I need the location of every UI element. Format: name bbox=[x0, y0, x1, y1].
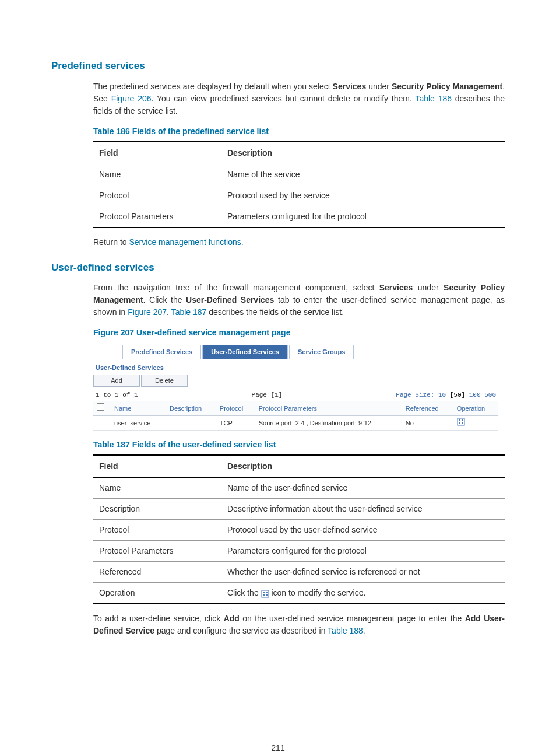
text: icon to modify the service. bbox=[269, 588, 366, 597]
select-all-checkbox[interactable] bbox=[97, 403, 104, 411]
cell: Protocol Parameters bbox=[93, 541, 221, 562]
th-description: Description bbox=[221, 455, 505, 478]
heading-user-defined-services: User-defined services bbox=[51, 260, 505, 275]
cell-protocol: TCP bbox=[216, 415, 255, 430]
svg-rect-4 bbox=[462, 422, 463, 424]
cell: Parameters configured for the protocol bbox=[221, 541, 505, 562]
modify-icon[interactable] bbox=[457, 420, 465, 427]
para-userdef-intro: From the navigation tree of the firewall… bbox=[93, 282, 505, 318]
cell: Operation bbox=[93, 583, 221, 604]
svg-rect-1 bbox=[459, 419, 460, 421]
link-figure-206[interactable]: Figure 206 bbox=[111, 94, 152, 103]
text: page and configure the service as descri… bbox=[154, 626, 328, 635]
table-row: Name Name of the service bbox=[93, 164, 505, 185]
heading-predefined-services: Predefined services bbox=[51, 58, 505, 74]
text: Return to bbox=[93, 237, 129, 247]
text: Click the bbox=[227, 588, 261, 597]
services-table: Name Description Protocol Protocol Param… bbox=[93, 401, 498, 430]
table-row: Name Name of the user-defined service bbox=[93, 478, 505, 499]
cell: Descriptive information about the user-d… bbox=[221, 499, 505, 520]
cell: Name of the user-defined service bbox=[221, 478, 505, 499]
page-number: 211 bbox=[51, 742, 505, 754]
col-name[interactable]: Name bbox=[111, 401, 166, 415]
link-table-187[interactable]: Table 187 bbox=[171, 307, 207, 317]
table-186: Field Description Name Name of the servi… bbox=[93, 141, 505, 228]
link-figure-207[interactable]: Figure 207 bbox=[128, 307, 167, 317]
table-row: Protocol Parameters Parameters configure… bbox=[93, 206, 505, 228]
text: The predefined services are displayed by… bbox=[93, 82, 333, 91]
cell: Protocol bbox=[93, 185, 221, 206]
text: From the navigation tree of the firewall… bbox=[93, 283, 379, 292]
cell: Referenced bbox=[93, 562, 221, 583]
cell-protocol-parameters: Source port: 2-4 , Destination port: 9-1… bbox=[255, 415, 402, 430]
add-button[interactable]: Add bbox=[93, 374, 140, 387]
para-predefined-intro: The predefined services are displayed by… bbox=[93, 80, 505, 117]
caption-table-187: Table 187 Fields of the user-defined ser… bbox=[93, 439, 505, 451]
cell: Protocol bbox=[93, 520, 221, 541]
svg-rect-0 bbox=[458, 418, 464, 425]
text: . bbox=[167, 307, 171, 317]
figure-207: Predefined Services User-Defined Service… bbox=[93, 345, 498, 430]
tab-predefined-services[interactable]: Predefined Services bbox=[122, 345, 201, 359]
cell-referenced: No bbox=[402, 415, 453, 430]
col-protocol-parameters[interactable]: Protocol Parameters bbox=[255, 401, 402, 415]
col-description[interactable]: Description bbox=[166, 401, 216, 415]
th-description: Description bbox=[221, 142, 505, 164]
link-table-188[interactable]: Table 188 bbox=[328, 626, 363, 635]
text-bold: Add bbox=[224, 614, 240, 623]
table-row: user_service TCP Source port: 2-4 , Dest… bbox=[93, 415, 498, 430]
pager-page: Page [1] bbox=[252, 390, 283, 400]
modify-icon bbox=[261, 589, 269, 597]
cell-name: user_service bbox=[111, 415, 166, 430]
cell: Parameters configured for the protocol bbox=[221, 206, 505, 228]
table-row: Protocol Protocol used by the user-defin… bbox=[93, 520, 505, 541]
page-size-100[interactable]: 100 bbox=[469, 391, 481, 398]
row-checkbox[interactable] bbox=[97, 418, 104, 425]
svg-rect-5 bbox=[262, 590, 269, 597]
tab-user-defined-services[interactable]: User-Defined Services bbox=[202, 345, 288, 359]
cell-description bbox=[166, 415, 216, 430]
para-add-service: To add a user-define service, click Add … bbox=[93, 612, 505, 637]
page-size-10[interactable]: 10 bbox=[438, 391, 446, 398]
col-referenced[interactable]: Referenced bbox=[402, 401, 453, 415]
table-187: Field Description Name Name of the user-… bbox=[93, 454, 505, 604]
link-service-management-functions[interactable]: Service management functions bbox=[129, 237, 241, 247]
text: . bbox=[241, 237, 244, 247]
page-size-50[interactable]: [50] bbox=[450, 391, 465, 398]
cell: Description bbox=[93, 499, 221, 520]
pager-size: Page Size: 10 [50] 100 500 bbox=[396, 390, 496, 400]
col-protocol[interactable]: Protocol bbox=[216, 401, 255, 415]
text: . You can view predefined services but c… bbox=[152, 94, 416, 103]
page-size-500[interactable]: 500 bbox=[484, 391, 496, 398]
cell: Name of the service bbox=[221, 164, 505, 185]
text-bold: Services bbox=[379, 283, 413, 292]
cell: Protocol used by the user-defined servic… bbox=[221, 520, 505, 541]
col-operation[interactable]: Operation bbox=[453, 401, 498, 415]
text-bold: User-Defined Services bbox=[186, 295, 274, 304]
cell: Protocol Parameters bbox=[93, 206, 221, 228]
link-table-186[interactable]: Table 186 bbox=[415, 94, 452, 103]
th-field: Field bbox=[93, 142, 221, 164]
table-row: Operation Click the icon to modify the s… bbox=[93, 583, 505, 604]
text: under bbox=[366, 82, 392, 91]
text-bold: Security Policy Management bbox=[392, 82, 502, 91]
pager-range: 1 to 1 of 1 bbox=[96, 390, 138, 400]
svg-rect-3 bbox=[459, 422, 460, 424]
table-row: Referenced Whether the user-defined serv… bbox=[93, 562, 505, 583]
tab-service-groups[interactable]: Service Groups bbox=[289, 345, 354, 359]
text: Page Size: bbox=[396, 391, 438, 398]
text: describes the fields of the service list… bbox=[206, 307, 344, 317]
text: under bbox=[413, 283, 444, 292]
delete-button[interactable]: Delete bbox=[141, 374, 188, 387]
text-bold: Services bbox=[333, 82, 367, 91]
cell: Protocol used by the service bbox=[221, 185, 505, 206]
th-field: Field bbox=[93, 455, 221, 478]
text: To add a user-define service, click bbox=[93, 614, 224, 623]
caption-table-186: Table 186 Fields of the predefined servi… bbox=[93, 125, 505, 138]
cell: Whether the user-defined service is refe… bbox=[221, 562, 505, 583]
para-return: Return to Service management functions. bbox=[93, 236, 505, 249]
panel-title: User-Defined Services bbox=[93, 359, 498, 373]
text: . Click the bbox=[143, 295, 186, 304]
cell: Name bbox=[93, 478, 221, 499]
svg-rect-9 bbox=[266, 594, 268, 596]
